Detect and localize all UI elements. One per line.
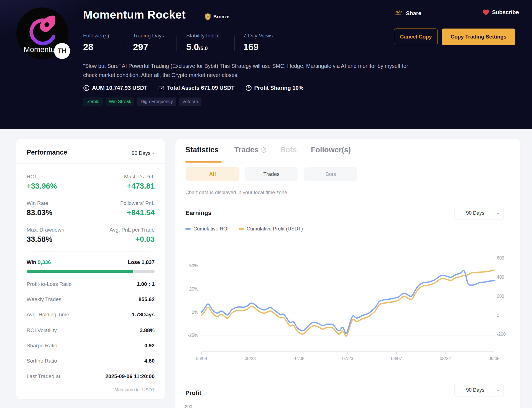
svg-text:-25%: -25% bbox=[188, 333, 198, 338]
row-value: 4.60 bbox=[144, 358, 155, 364]
masters-pnl-value: +473.81 bbox=[127, 182, 155, 191]
filter-bots[interactable]: Bots bbox=[304, 167, 357, 181]
stat-value: 28 bbox=[83, 42, 93, 52]
bronze-shield-icon bbox=[204, 13, 211, 21]
row-value: 1.00 : 1 bbox=[137, 281, 155, 287]
tags-row: Stable Win Streak High Frequency Veteran bbox=[83, 97, 201, 106]
stat-7day-views: 7-Day Views 169 bbox=[243, 33, 273, 52]
avg-pnl-label: Avg. PnL per Trade bbox=[109, 227, 155, 233]
win-rate-value: 83.03% bbox=[27, 208, 52, 217]
row-value: 3.88% bbox=[140, 327, 155, 333]
stat-value: 169 bbox=[243, 42, 259, 52]
dollar-circle-icon: $ bbox=[83, 85, 89, 91]
share-money-icon bbox=[394, 9, 403, 17]
earnings-title: Earnings bbox=[185, 209, 211, 217]
divider bbox=[27, 251, 155, 252]
max-drawdown-value: 33.58% bbox=[27, 235, 52, 244]
divider bbox=[16, 163, 165, 164]
tier-badge: Bronze bbox=[204, 13, 229, 21]
statistics-card: Statistics Trades Bots Follower(s) All T… bbox=[175, 139, 520, 408]
svg-text:200: 200 bbox=[497, 294, 504, 299]
legend-cumulative-roi[interactable]: Cumulative ROI bbox=[185, 226, 229, 232]
filter-trades[interactable]: Trades bbox=[245, 167, 298, 181]
earnings-chart[interactable]: 50%25%0%-25%6004002000-20006/0806/2307/0… bbox=[183, 249, 515, 371]
win-count: Win 9,336 bbox=[27, 259, 51, 265]
svg-text:0%: 0% bbox=[192, 310, 198, 315]
caret-down-icon bbox=[497, 390, 500, 391]
copy-trading-settings-button[interactable]: Copy Trading Settings bbox=[442, 29, 515, 45]
svg-text:08/07: 08/07 bbox=[391, 356, 402, 361]
lose-count: Lose 1,837 bbox=[128, 259, 155, 265]
chart-legend: Cumulative ROI Cumulative Profit (USDT) bbox=[185, 226, 303, 232]
total-assets-metric: Total Assets 671.09 USDT bbox=[158, 85, 234, 91]
divider bbox=[234, 35, 235, 51]
divider bbox=[176, 35, 177, 51]
share-button[interactable]: Share bbox=[394, 9, 421, 17]
divider bbox=[240, 85, 240, 91]
pie-chart-icon bbox=[245, 85, 252, 91]
legend-profit-swatch bbox=[239, 228, 244, 230]
help-circle-icon bbox=[261, 147, 266, 153]
stat-followers: Follower(s) 28 bbox=[83, 33, 109, 52]
max-drawdown-label: Max. Drawdown bbox=[27, 227, 64, 233]
tag-win-streak: Win Streak bbox=[106, 97, 135, 106]
tab-trades[interactable]: Trades bbox=[234, 146, 266, 154]
metrics-row: $ AUM 10,747.93 USDT Total Assets 671.09… bbox=[83, 85, 303, 91]
strategy-description: "Slow but Sure" AI Powerful Trading (Exc… bbox=[83, 61, 410, 79]
win-rate-label: Win Rate bbox=[27, 200, 48, 206]
cancel-copy-button[interactable]: Cancel Copy bbox=[394, 29, 438, 45]
aum-metric: $ AUM 10,747.93 USDT bbox=[83, 85, 147, 91]
followers-pnl-label: Followers' PnL bbox=[120, 200, 155, 206]
svg-text:600: 600 bbox=[497, 256, 504, 260]
tag-stable: Stable bbox=[83, 97, 103, 106]
tag-veteran: Veteran bbox=[179, 97, 201, 106]
followers-pnl-value: +841.54 bbox=[127, 208, 155, 217]
earnings-range-dropdown[interactable]: 90 Days bbox=[454, 207, 504, 219]
row-value: 1.78Days bbox=[132, 312, 155, 318]
svg-text:08/22: 08/22 bbox=[440, 356, 451, 361]
profit-sharing-metric: Profit Sharing 10% bbox=[245, 85, 304, 91]
tab-statistics[interactable]: Statistics bbox=[185, 146, 219, 154]
stat-value: 297 bbox=[133, 42, 148, 52]
range-value: 90 Days bbox=[132, 150, 150, 156]
heart-icon bbox=[482, 9, 489, 16]
profit-range-dropdown[interactable]: 90 Days bbox=[454, 384, 504, 396]
svg-text:07/23: 07/23 bbox=[342, 356, 353, 361]
row-label: Sortino Ratio bbox=[27, 358, 57, 364]
svg-text:09/05: 09/05 bbox=[488, 356, 500, 361]
row-label: Avg. Holding Time bbox=[27, 312, 69, 318]
active-tab-underline bbox=[185, 161, 222, 163]
profit-title: Profit bbox=[185, 389, 201, 397]
tab-bots[interactable]: Bots bbox=[280, 146, 297, 154]
filter-all[interactable]: All bbox=[186, 167, 239, 181]
avatar: Momentum TH bbox=[16, 7, 68, 59]
win-lose-bar bbox=[27, 270, 155, 273]
row-label: ROI Volatility bbox=[27, 327, 57, 333]
subscribe-button[interactable]: Subscribe bbox=[482, 9, 519, 16]
measured-in-note: Measured in: USDT bbox=[114, 387, 155, 392]
divider bbox=[453, 10, 453, 17]
stat-value: 5.0 bbox=[186, 42, 199, 52]
tab-followers[interactable]: Follower(s) bbox=[311, 146, 351, 154]
svg-text:400: 400 bbox=[497, 275, 504, 279]
row-label: Profit-to-Loss Ratio bbox=[27, 281, 72, 287]
wallet-icon bbox=[158, 85, 165, 91]
svg-text:06/23: 06/23 bbox=[245, 356, 256, 361]
row-label: Last Traded at bbox=[27, 373, 60, 379]
performance-range-selector[interactable]: 90 Days bbox=[132, 150, 155, 156]
roi-value: +33.96% bbox=[27, 182, 57, 191]
range-value: 90 Days bbox=[455, 207, 496, 219]
avg-pnl-value: +0.03 bbox=[135, 235, 155, 244]
performance-title: Performance bbox=[27, 148, 67, 156]
row-label: Weekly Trades bbox=[27, 296, 61, 302]
stat-label: Stability Index bbox=[186, 33, 219, 39]
roi-label: ROI bbox=[27, 174, 36, 180]
legend-cumulative-profit[interactable]: Cumulative Profit (USDT) bbox=[239, 226, 303, 232]
metric-text: Profit Sharing 10% bbox=[254, 85, 304, 91]
range-value: 90 Days bbox=[455, 384, 496, 396]
svg-text:06/08: 06/08 bbox=[196, 356, 207, 361]
tier-label: Bronze bbox=[213, 14, 229, 20]
row-value: 0.92 bbox=[144, 343, 155, 349]
row-label: Sharpe Ratio bbox=[27, 343, 57, 349]
svg-text:0: 0 bbox=[497, 313, 499, 318]
